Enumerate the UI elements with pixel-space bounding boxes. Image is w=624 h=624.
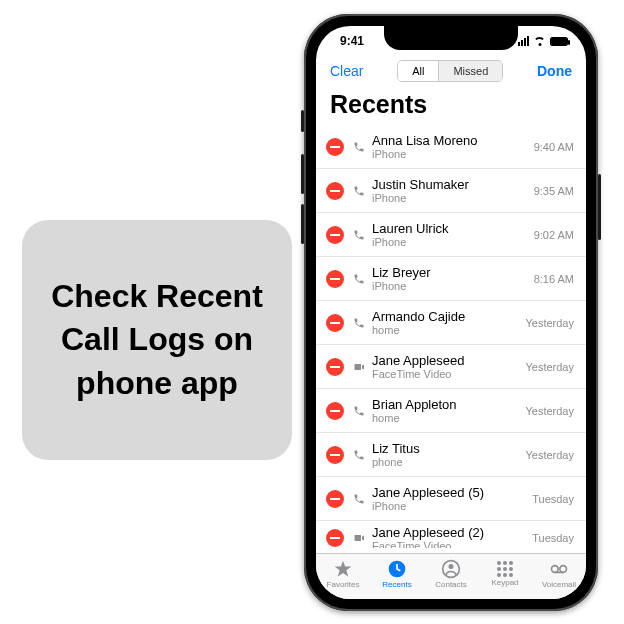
call-source: home [372, 412, 519, 424]
phone-outgoing-icon [352, 448, 366, 462]
status-time: 9:41 [340, 34, 364, 48]
cellular-signal-icon [518, 36, 529, 46]
caller-name: Lauren Ulrick [372, 221, 528, 236]
call-time: Yesterday [525, 361, 574, 373]
tab-voicemail[interactable]: Voicemail [532, 554, 586, 593]
iphone-frame: 9:41 Clear All Missed Done Recents Anna … [304, 14, 598, 611]
tab-label: Voicemail [542, 580, 576, 589]
delete-icon[interactable] [326, 446, 344, 464]
call-row[interactable]: Jane AppleseedFaceTime VideoYesterday [316, 345, 586, 389]
call-info: Liz BreyeriPhone [372, 265, 528, 292]
call-row[interactable]: Anna Lisa MorenoiPhone9:40 AM [316, 125, 586, 169]
caller-name: Jane Appleseed [372, 353, 519, 368]
filter-segmented-control[interactable]: All Missed [397, 60, 503, 82]
volume-down-button [301, 204, 304, 244]
phone-outgoing-icon [352, 184, 366, 198]
recents-list[interactable]: Anna Lisa MorenoiPhone9:40 AMJustin Shum… [316, 125, 586, 548]
call-time: 9:40 AM [534, 141, 574, 153]
call-source: iPhone [372, 148, 528, 160]
keypad-icon [497, 561, 513, 577]
tab-label: Recents [382, 580, 411, 589]
power-button [598, 174, 601, 240]
call-row[interactable]: Brian AppletonhomeYesterday [316, 389, 586, 433]
svg-point-2 [449, 564, 454, 569]
star-icon [333, 559, 353, 579]
tab-favorites[interactable]: Favorites [316, 554, 370, 593]
caller-name: Brian Appleton [372, 397, 519, 412]
delete-icon[interactable] [326, 138, 344, 156]
segment-all[interactable]: All [398, 61, 438, 81]
caller-name: Anna Lisa Moreno [372, 133, 528, 148]
video-icon [352, 360, 366, 374]
volume-up-button [301, 154, 304, 194]
call-source: iPhone [372, 192, 528, 204]
caller-name: Armando Cajide [372, 309, 519, 324]
caption-text: Check Recent Call Logs on phone app [30, 275, 284, 405]
call-time: 9:35 AM [534, 185, 574, 197]
call-info: Lauren UlrickiPhone [372, 221, 528, 248]
caller-name: Jane Appleseed (5) [372, 485, 526, 500]
phone-outgoing-icon [352, 140, 366, 154]
call-row[interactable]: Armando CajidehomeYesterday [316, 301, 586, 345]
delete-icon[interactable] [326, 182, 344, 200]
wifi-icon [533, 37, 546, 46]
call-info: Liz Titusphone [372, 441, 519, 468]
call-source: iPhone [372, 236, 528, 248]
tab-recents[interactable]: Recents [370, 554, 424, 593]
call-info: Jane Appleseed (2)FaceTime Video [372, 525, 526, 549]
delete-icon[interactable] [326, 226, 344, 244]
call-info: Jane Appleseed (5)iPhone [372, 485, 526, 512]
delete-icon[interactable] [326, 402, 344, 420]
tab-contacts[interactable]: Contacts [424, 554, 478, 593]
call-info: Brian Appletonhome [372, 397, 519, 424]
call-info: Jane AppleseedFaceTime Video [372, 353, 519, 380]
call-time: 9:02 AM [534, 229, 574, 241]
segment-missed[interactable]: Missed [438, 61, 502, 81]
nav-bar: Clear All Missed Done [316, 56, 586, 88]
caller-name: Liz Breyer [372, 265, 528, 280]
delete-icon[interactable] [326, 270, 344, 288]
tab-label: Favorites [327, 580, 360, 589]
call-row[interactable]: Justin ShumakeriPhone9:35 AM [316, 169, 586, 213]
delete-icon[interactable] [326, 529, 344, 547]
mute-switch [301, 110, 304, 132]
voicemail-icon [549, 559, 569, 579]
call-row[interactable]: Jane Appleseed (2)FaceTime VideoTuesday [316, 521, 586, 548]
call-row[interactable]: Lauren UlrickiPhone9:02 AM [316, 213, 586, 257]
done-button[interactable]: Done [537, 63, 572, 79]
svg-point-4 [560, 565, 567, 572]
phone-outgoing-icon [352, 272, 366, 286]
call-info: Justin ShumakeriPhone [372, 177, 528, 204]
tab-bar: Favorites Recents Contacts Keypad Voicem… [316, 553, 586, 599]
call-time: Tuesday [532, 532, 574, 544]
delete-icon[interactable] [326, 358, 344, 376]
phone-outgoing-icon [352, 316, 366, 330]
call-info: Anna Lisa MorenoiPhone [372, 133, 528, 160]
clear-button[interactable]: Clear [330, 63, 363, 79]
phone-outgoing-icon [352, 492, 366, 506]
notch [384, 26, 518, 50]
call-time: 8:16 AM [534, 273, 574, 285]
call-source: FaceTime Video [372, 540, 526, 549]
caller-name: Liz Titus [372, 441, 519, 456]
caller-name: Jane Appleseed (2) [372, 525, 526, 540]
call-source: home [372, 324, 519, 336]
caller-name: Justin Shumaker [372, 177, 528, 192]
call-time: Yesterday [525, 405, 574, 417]
call-row[interactable]: Liz BreyeriPhone8:16 AM [316, 257, 586, 301]
call-source: FaceTime Video [372, 368, 519, 380]
phone-outgoing-icon [352, 404, 366, 418]
delete-icon[interactable] [326, 490, 344, 508]
status-indicators [518, 36, 568, 46]
call-row[interactable]: Liz TitusphoneYesterday [316, 433, 586, 477]
call-source: iPhone [372, 500, 526, 512]
phone-screen: 9:41 Clear All Missed Done Recents Anna … [316, 26, 586, 599]
delete-icon[interactable] [326, 314, 344, 332]
battery-icon [550, 37, 568, 46]
call-time: Tuesday [532, 493, 574, 505]
instruction-caption: Check Recent Call Logs on phone app [22, 220, 292, 460]
tab-keypad[interactable]: Keypad [478, 554, 532, 593]
call-row[interactable]: Jane Appleseed (5)iPhoneTuesday [316, 477, 586, 521]
call-time: Yesterday [525, 317, 574, 329]
video-icon [352, 531, 366, 545]
